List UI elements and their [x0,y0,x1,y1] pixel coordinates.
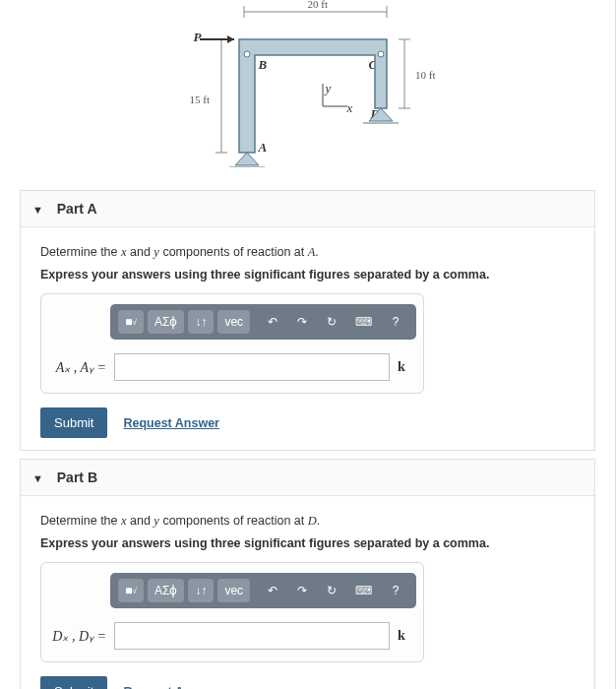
greek-button[interactable]: ΑΣϕ [148,310,184,334]
greek-button[interactable]: ΑΣϕ [148,579,184,602]
undo-button[interactable]: ↶ [260,579,285,602]
request-answer-b[interactable]: Request Answer [123,685,218,690]
part-a-header[interactable]: ▼ Part A [21,191,594,226]
part-a: ▼ Part A Determine the x and y component… [20,190,595,451]
svg-marker-11 [235,153,259,165]
part-a-title: Part A [57,201,97,217]
undo-button[interactable]: ↶ [260,310,285,334]
keyboard-button[interactable]: ⌨ [348,579,379,602]
subsup-button[interactable]: ↓↑ [188,310,214,334]
template-button[interactable]: ■√ [118,310,144,334]
svg-point-9 [244,51,250,57]
help-button[interactable]: ? [383,310,408,334]
svg-marker-18 [227,35,234,43]
help-button[interactable]: ? [383,579,408,602]
part-b-question: Determine the x and y components of reac… [40,514,575,529]
reset-button[interactable]: ↻ [319,310,344,334]
request-answer-a[interactable]: Request Answer [123,416,218,430]
answer-box-a: ■√ ΑΣϕ ↓↑ vec ↶ ↷ ↻ ⌨ ? Aₓ , Aᵧ = k [40,293,424,394]
subsup-button[interactable]: ↓↑ [188,579,214,602]
part-b-header[interactable]: ▼ Part B [21,460,594,495]
submit-button-a[interactable]: Submit [40,407,107,438]
svg-point-10 [378,51,384,57]
answer-input-b[interactable] [114,622,390,650]
redo-button[interactable]: ↷ [289,579,315,602]
part-b-title: Part B [57,470,97,485]
submit-button-b[interactable]: Submit [40,676,107,689]
part-b: ▼ Part B Determine the x and y component… [20,459,595,689]
units-b: k [398,628,405,644]
problem-figure: 20 ft 10 ft 15 ft P B C D A y x [0,0,615,182]
svg-marker-13 [369,108,393,121]
reset-button[interactable]: ↻ [319,579,344,602]
frame-svg [180,0,436,167]
chevron-down-icon: ▼ [32,472,43,484]
units-a: k [398,359,405,375]
lhs-a: Aₓ , Aᵧ = [51,359,106,376]
toolbar-a: ■√ ΑΣϕ ↓↑ vec ↶ ↷ ↻ ⌨ ? [110,304,416,340]
part-a-question: Determine the x and y components of reac… [40,245,575,260]
answer-box-b: ■√ ΑΣϕ ↓↑ vec ↶ ↷ ↻ ⌨ ? Dₓ , Dᵧ = k [40,562,424,662]
vec-button[interactable]: vec [217,310,250,334]
part-b-instruction: Express your answers using three signifi… [40,536,575,550]
template-button[interactable]: ■√ [118,579,144,602]
lhs-b: Dₓ , Dᵧ = [51,628,106,645]
toolbar-b: ■√ ΑΣϕ ↓↑ vec ↶ ↷ ↻ ⌨ ? [110,573,416,608]
part-a-instruction: Express your answers using three signifi… [40,268,575,282]
keyboard-button[interactable]: ⌨ [348,310,379,334]
redo-button[interactable]: ↷ [289,310,315,334]
vec-button[interactable]: vec [217,579,250,602]
chevron-down-icon: ▼ [32,204,43,216]
answer-input-a[interactable] [114,353,390,381]
